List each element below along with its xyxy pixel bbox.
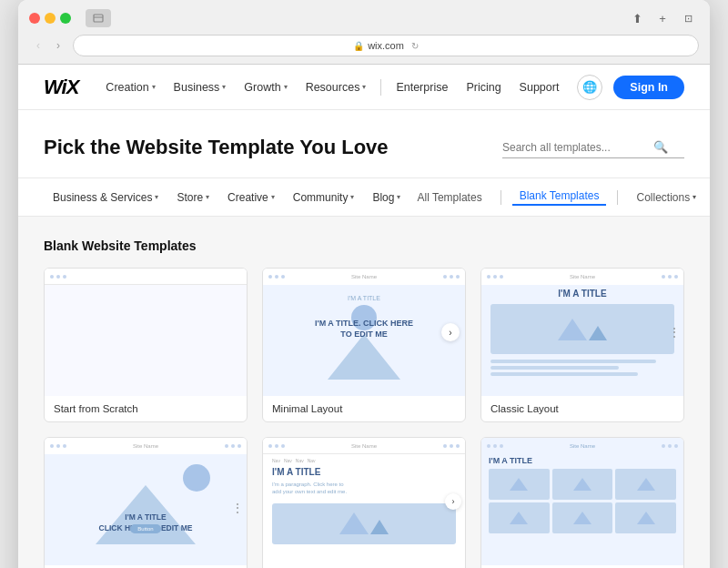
forward-button[interactable]: › bbox=[49, 36, 67, 55]
refresh-icon[interactable]: ↻ bbox=[411, 41, 419, 51]
nav-separator bbox=[380, 79, 381, 96]
search-input[interactable] bbox=[502, 141, 648, 154]
template-preview-minimal: Site Name I'M A TITLE I'M A TITLE. CLICK… bbox=[263, 269, 465, 396]
fullscreen-button[interactable]: ⊡ bbox=[677, 9, 699, 27]
sub-nav-collections[interactable]: Collections ▾ bbox=[629, 191, 703, 204]
nav-items: Creation ▾ Business ▾ Growth ▾ Resources… bbox=[96, 79, 577, 96]
nav-item-business[interactable]: Business ▾ bbox=[165, 81, 236, 94]
address-bar[interactable]: 🔒 wix.com ↻ bbox=[73, 35, 699, 56]
close-button[interactable] bbox=[29, 13, 40, 24]
sub-nav-business-services[interactable]: Business & Services ▾ bbox=[44, 178, 167, 217]
page-header: Pick the Website Template You Love 🔍 bbox=[18, 110, 710, 178]
sign-in-button[interactable]: Sign In bbox=[613, 76, 684, 99]
template-preview-strip: Site Name Nav Nav Nav Nav bbox=[263, 438, 465, 565]
template-card-classic[interactable]: Site Name I'M A TITLE bbox=[480, 268, 684, 422]
hover-arrow-icon: › bbox=[445, 493, 461, 510]
traffic-lights bbox=[29, 13, 71, 24]
window-expand-button[interactable] bbox=[86, 9, 111, 27]
search-bar[interactable]: 🔍 bbox=[502, 137, 684, 158]
chevron-down-icon: ▾ bbox=[271, 193, 275, 201]
maximize-button[interactable] bbox=[60, 13, 71, 24]
sub-nav-community[interactable]: Community ▾ bbox=[284, 178, 364, 217]
template-card-scratch[interactable]: Start from Scratch bbox=[44, 268, 248, 422]
template-card-minimal[interactable]: Site Name I'M A TITLE I'M A TITLE. CLICK… bbox=[262, 268, 466, 422]
browser-chrome: ⬆ + ⊡ ‹ › 🔒 wix.com ↻ bbox=[18, 0, 710, 65]
template-card-onepage[interactable]: Site Name I'M A TITLECLICK HERE TO EDIT … bbox=[44, 437, 248, 568]
chevron-down-icon: ▾ bbox=[206, 193, 209, 201]
nav-item-resources[interactable]: Resources ▾ bbox=[297, 81, 376, 94]
sub-nav-blog[interactable]: Blog ▾ bbox=[363, 178, 410, 217]
language-button[interactable]: 🌐 bbox=[577, 75, 602, 100]
nav-right: 🌐 Sign In bbox=[577, 75, 684, 100]
chevron-down-icon: ▾ bbox=[152, 83, 156, 91]
template-preview-scratch bbox=[45, 269, 247, 396]
chevron-down-icon: ▾ bbox=[397, 193, 400, 201]
browser-window: ⬆ + ⊡ ‹ › 🔒 wix.com ↻ WiX Creation bbox=[18, 0, 710, 568]
svg-rect-0 bbox=[94, 15, 103, 22]
sub-nav-right: All Templates Blank Templates Collection… bbox=[410, 189, 703, 206]
chevron-down-icon: ▾ bbox=[350, 193, 354, 201]
chevron-down-icon: ▾ bbox=[284, 83, 288, 91]
nav-item-creation[interactable]: Creation ▾ bbox=[96, 81, 164, 94]
site-content: WiX Creation ▾ Business ▾ Growth ▾ Resou… bbox=[18, 65, 710, 568]
nav-item-enterprise[interactable]: Enterprise bbox=[387, 81, 457, 94]
dots-menu-icon: ⋮ bbox=[232, 502, 243, 514]
sub-nav-creative[interactable]: Creative ▾ bbox=[218, 178, 284, 217]
section-title: Blank Website Templates bbox=[44, 238, 684, 253]
template-card-gallery[interactable]: Site Name I'M A TITLE bbox=[480, 437, 684, 568]
site-nav: WiX Creation ▾ Business ▾ Growth ▾ Resou… bbox=[18, 65, 710, 110]
sub-nav-store[interactable]: Store ▾ bbox=[167, 178, 218, 217]
sub-nav: Business & Services ▾ Store ▾ Creative ▾… bbox=[18, 178, 710, 217]
template-card-strip[interactable]: Site Name Nav Nav Nav Nav bbox=[262, 437, 466, 568]
share-button[interactable]: ⬆ bbox=[626, 9, 648, 27]
back-button[interactable]: ‹ bbox=[29, 36, 47, 55]
chevron-down-icon: ▾ bbox=[222, 83, 226, 91]
wix-logo[interactable]: WiX bbox=[44, 76, 78, 99]
template-label-minimal: Minimal Layout bbox=[263, 396, 465, 421]
hover-arrow-icon: › bbox=[441, 323, 460, 341]
chevron-down-icon: ▾ bbox=[362, 83, 366, 91]
template-label-classic: Classic Layout bbox=[481, 396, 683, 421]
url-text: wix.com bbox=[368, 40, 404, 51]
template-preview-classic: Site Name I'M A TITLE bbox=[481, 269, 683, 396]
search-icon[interactable]: 🔍 bbox=[653, 140, 668, 154]
sub-nav-divider-2 bbox=[617, 190, 618, 205]
templates-grid: Start from Scratch Site Name I'M bbox=[44, 268, 684, 568]
chevron-down-icon: ▾ bbox=[693, 193, 696, 201]
template-preview-gallery: Site Name I'M A TITLE bbox=[481, 438, 683, 565]
minimize-button[interactable] bbox=[45, 13, 56, 24]
sub-nav-divider bbox=[500, 190, 501, 205]
add-tab-button[interactable]: + bbox=[652, 9, 673, 27]
sub-nav-all-templates[interactable]: All Templates bbox=[410, 191, 489, 204]
templates-section: Blank Website Templates Start from Scrat… bbox=[18, 217, 710, 568]
chevron-down-icon: ▾ bbox=[155, 193, 158, 201]
lock-icon: 🔒 bbox=[353, 41, 364, 51]
nav-item-support[interactable]: Support bbox=[511, 81, 569, 94]
sub-nav-blank-templates[interactable]: Blank Templates bbox=[512, 189, 607, 206]
template-label-scratch: Start from Scratch bbox=[45, 396, 247, 421]
nav-item-pricing[interactable]: Pricing bbox=[457, 81, 510, 94]
page-title: Pick the Website Template You Love bbox=[44, 136, 389, 159]
dots-menu-icon: ⋮ bbox=[669, 327, 680, 338]
nav-item-growth[interactable]: Growth ▾ bbox=[235, 81, 296, 94]
sub-nav-left: Business & Services ▾ Store ▾ Creative ▾… bbox=[44, 178, 410, 217]
template-preview-onepage: Site Name I'M A TITLECLICK HERE TO EDIT … bbox=[45, 438, 247, 565]
